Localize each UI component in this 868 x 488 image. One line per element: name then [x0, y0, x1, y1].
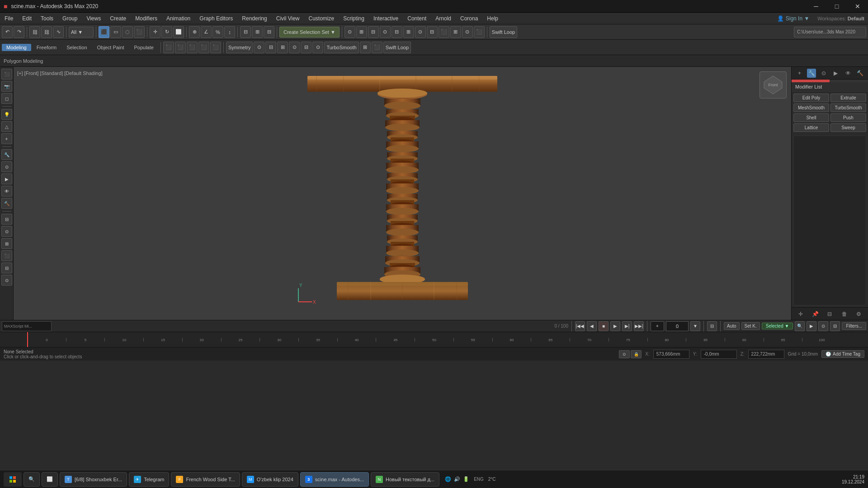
taskbar-french-wood[interactable]: F French Wood Side T... — [171, 472, 240, 487]
auto-key-button[interactable]: Auto — [724, 322, 740, 330]
menu-corona[interactable]: Corona — [456, 13, 482, 24]
tab-modeling[interactable]: Modeling — [2, 44, 31, 51]
tab-object-paint[interactable]: Object Paint — [93, 44, 129, 51]
menu-modifiers[interactable]: Modifiers — [131, 13, 162, 24]
signin-button[interactable]: 👤 Sign In ▼ — [773, 13, 814, 24]
tb3-extra2[interactable]: ⊟ — [265, 42, 276, 53]
menu-group[interactable]: Group — [58, 13, 82, 24]
poly-mode-btn3[interactable]: ⬛ — [187, 42, 198, 53]
tb3-extra6[interactable]: ⊙ — [312, 42, 323, 53]
percent-snap-button[interactable]: % — [212, 26, 223, 38]
unlink-button[interactable]: ⛓ — [41, 26, 52, 38]
poly-mode-btn4[interactable]: ⬛ — [198, 42, 209, 53]
add-time-tag-button[interactable]: 🕐 Add Time Tag — [821, 350, 864, 358]
modifier-turbosmooth[interactable]: TurboSmooth — [830, 103, 866, 112]
motion-icon[interactable]: ▶ — [831, 69, 840, 78]
tb-extra9[interactable]: ⬛ — [439, 26, 449, 38]
menu-civil-view[interactable]: Civil View — [272, 13, 304, 24]
frame-input[interactable]: + — [651, 321, 664, 331]
modify-icon[interactable]: 🔧 — [807, 69, 816, 78]
menu-rendering[interactable]: Rendering — [237, 13, 271, 24]
navigation-cube[interactable]: Front — [760, 71, 787, 99]
select-button[interactable]: ⬛ — [99, 26, 109, 38]
tb-named-sel[interactable]: Swift Loop — [490, 26, 517, 38]
lt-hierarchy[interactable]: ⊙ — [1, 161, 12, 172]
taskbar-telegram-chat[interactable]: T [6/8] Shoxruxbek Er... — [60, 472, 127, 487]
menu-help[interactable]: Help — [482, 13, 503, 24]
redo-button[interactable]: ↷ — [14, 26, 24, 38]
delete-modifier-icon[interactable]: 🗑 — [840, 310, 849, 319]
menu-graph-editors[interactable]: Graph Editors — [195, 13, 237, 24]
tb3-extra8[interactable]: ⊞ — [360, 42, 371, 53]
start-button[interactable] — [4, 472, 22, 487]
language-label[interactable]: ENG — [472, 477, 486, 482]
lt-extra3[interactable]: ⊞ — [1, 238, 12, 249]
taskbar-uzbek-klip[interactable]: M O'zbek klip 2024 — [242, 472, 298, 487]
hierarchy-icon[interactable]: ⊙ — [819, 69, 828, 78]
modifier-extrude[interactable]: Extrude — [830, 94, 866, 102]
lt-extra5[interactable]: ⊟ — [1, 263, 12, 273]
modifier-sweep[interactable]: Sweep — [830, 123, 866, 132]
tb3-extra3[interactable]: ⊞ — [277, 42, 288, 53]
taskbar-telegram[interactable]: ✈ Telegram — [129, 472, 169, 487]
menu-animation[interactable]: Animation — [162, 13, 195, 24]
prev-frame-button[interactable]: ◀ — [587, 321, 597, 331]
align-button[interactable]: ⊞ — [252, 26, 263, 38]
menu-views[interactable]: Views — [82, 13, 105, 24]
create-icon[interactable]: + — [795, 69, 804, 78]
timeline-playhead[interactable] — [27, 332, 28, 347]
key-filter-icon[interactable]: ⊟ — [707, 321, 717, 331]
modifier-meshsmooth[interactable]: MeshSmooth — [793, 103, 829, 112]
configure-icon[interactable]: ⚙ — [854, 310, 863, 319]
menu-interactive[interactable]: Interactive — [369, 13, 403, 24]
maximize-button[interactable]: □ — [826, 0, 847, 13]
tb-extra12[interactable]: ⬛ — [474, 26, 485, 38]
stop-button[interactable]: ■ — [599, 321, 609, 331]
battery-icon[interactable]: 🔋 — [463, 476, 469, 482]
menu-edit[interactable]: Edit — [18, 13, 36, 24]
modifier-push[interactable]: Push — [830, 113, 866, 122]
align-view-button[interactable]: ⊟ — [264, 26, 274, 38]
lt-display[interactable]: 👁 — [1, 186, 12, 197]
swift-loop-button[interactable]: Swift Loop — [383, 42, 411, 53]
poly-mode-btn2[interactable]: ⬛ — [175, 42, 186, 53]
tb-extra6[interactable]: ⊞ — [403, 26, 414, 38]
create-selection-set-button[interactable]: Create Selection Set ▼ — [279, 27, 340, 38]
filters-button[interactable]: Filters... — [842, 322, 866, 330]
taskbar-task-view[interactable]: ⬜ — [42, 472, 58, 487]
scale-button[interactable]: ⬜ — [173, 26, 184, 38]
menu-file[interactable]: File — [0, 13, 18, 24]
utilities-icon[interactable]: 🔨 — [856, 69, 865, 78]
turbosmooth-button[interactable]: TurboSmooth — [324, 42, 359, 53]
symmetry-button[interactable]: Symmetry — [226, 42, 253, 53]
menu-customize[interactable]: Customize — [304, 13, 339, 24]
viewport[interactable]: [+] [Front] [Standard] [Default Shading] — [14, 67, 791, 320]
close-button[interactable]: ✕ — [847, 0, 868, 13]
undo-button[interactable]: ↶ — [2, 26, 13, 38]
lt-extra6[interactable]: ⊙ — [1, 275, 12, 286]
tb-extra4[interactable]: ⊙ — [380, 26, 391, 38]
x-coord-field[interactable]: 573,666mm — [653, 350, 689, 359]
display-icon[interactable]: 👁 — [844, 69, 853, 78]
lt-extra4[interactable]: ⬛ — [1, 250, 12, 261]
poly-mode-btn5[interactable]: ⬛ — [210, 42, 221, 53]
spinner-snap-button[interactable]: ↕ — [224, 26, 235, 38]
tb3-extra1[interactable]: ⊙ — [254, 42, 264, 53]
timeline-extra1[interactable]: ⊙ — [818, 321, 828, 331]
lt-lights[interactable]: 💡 — [1, 109, 12, 120]
tb3-extra5[interactable]: ⊟ — [301, 42, 311, 53]
pin-icon[interactable]: 📌 — [811, 310, 820, 319]
lt-helpers[interactable]: + — [1, 133, 12, 144]
lt-camera[interactable]: 📷 — [1, 81, 12, 92]
menu-tools[interactable]: Tools — [36, 13, 58, 24]
snap-button[interactable]: ⊕ — [189, 26, 200, 38]
paint-select-button[interactable]: ⬛ — [134, 26, 145, 38]
move-gizmo-icon[interactable]: ✛ — [796, 310, 805, 319]
lt-extra2[interactable]: ⊙ — [1, 226, 12, 237]
modifier-shell[interactable]: Shell — [793, 113, 829, 122]
menu-create[interactable]: Create — [105, 13, 131, 24]
tb3-extra4[interactable]: ⊙ — [289, 42, 300, 53]
move-button[interactable]: ✛ — [150, 26, 160, 38]
lt-select[interactable]: ⬛ — [1, 69, 12, 80]
lt-modify[interactable]: 🔧 — [1, 149, 12, 160]
